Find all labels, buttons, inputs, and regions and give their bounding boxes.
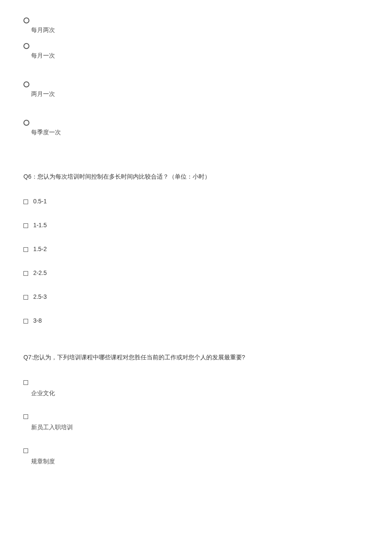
checkbox-option[interactable]: 企业文化: [23, 379, 369, 397]
checkbox-icon: [23, 247, 28, 252]
checkbox-icon: [23, 319, 28, 324]
radio-icon: [23, 120, 29, 126]
radio-option[interactable]: 每季度一次: [23, 119, 369, 136]
radio-option[interactable]: 两月一次: [23, 81, 369, 98]
radio-icon: [23, 43, 29, 49]
radio-option[interactable]: 每月两次: [23, 17, 369, 34]
checkbox-option[interactable]: 1-1.5: [23, 222, 369, 228]
checkbox-label: 新员工入职培训: [31, 424, 369, 431]
q5-options: 每月两次 每月一次 两月一次 每季度一次: [23, 17, 369, 136]
q7-options: 企业文化 新员工入职培训 规章制度: [23, 379, 369, 465]
radio-label: 每季度一次: [31, 129, 369, 136]
radio-label: 每月两次: [31, 26, 369, 34]
checkbox-label: 规章制度: [31, 458, 369, 465]
q6-title: Q6：您认为每次培训时间控制在多长时间内比较合适？（单位：小时）: [23, 173, 369, 181]
checkbox-icon: [23, 448, 28, 453]
checkbox-option[interactable]: 规章制度: [23, 447, 369, 465]
checkbox-label: 2-2.5: [33, 269, 47, 276]
checkbox-option[interactable]: 0.5-1: [23, 198, 369, 205]
radio-label: 每月一次: [31, 52, 369, 60]
q7-title: Q7:您认为，下列培训课程中哪些课程对您胜任当前的工作或对您个人的发展最重要?: [23, 354, 369, 361]
checkbox-icon: [23, 414, 28, 419]
checkbox-icon: [23, 295, 28, 300]
checkbox-icon: [23, 199, 28, 204]
checkbox-option[interactable]: 2-2.5: [23, 269, 369, 276]
radio-icon: [23, 17, 29, 23]
checkbox-option[interactable]: 2.5-3: [23, 293, 369, 300]
radio-icon: [23, 81, 29, 87]
checkbox-label: 1-1.5: [33, 222, 47, 228]
checkbox-option[interactable]: 1.5-2: [23, 246, 369, 252]
checkbox-label: 0.5-1: [33, 198, 47, 205]
radio-option[interactable]: 每月一次: [23, 43, 369, 60]
radio-label: 两月一次: [31, 90, 369, 98]
checkbox-icon: [23, 380, 28, 385]
checkbox-label: 企业文化: [31, 390, 369, 397]
checkbox-label: 3-8: [33, 317, 42, 324]
checkbox-icon: [23, 271, 28, 276]
checkbox-option[interactable]: 3-8: [23, 317, 369, 324]
checkbox-option[interactable]: 新员工入职培训: [23, 413, 369, 431]
checkbox-label: 1.5-2: [33, 246, 47, 252]
checkbox-label: 2.5-3: [33, 293, 47, 300]
checkbox-icon: [23, 223, 28, 228]
q6-options: 0.5-1 1-1.5 1.5-2 2-2.5 2.5-3 3-8: [23, 198, 369, 324]
